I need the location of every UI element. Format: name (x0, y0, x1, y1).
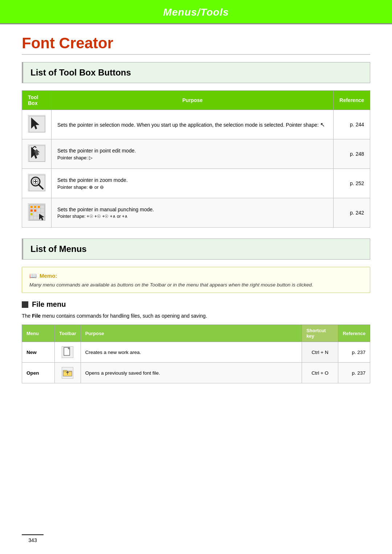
svg-rect-24 (30, 209, 33, 212)
selection-tool-icon (28, 115, 45, 133)
selection-purpose-cell: Sets the pointer in selection mode. When… (52, 110, 334, 139)
memo-text: Many menu commands are available as butt… (29, 282, 363, 288)
punch-tool-icon (28, 203, 45, 221)
memo-title: 📖 Memo: (29, 272, 363, 279)
zoom-purpose-cell: Sets the pointer in zoom mode. Pointer s… (52, 169, 334, 198)
menu-col-toolbar: Toolbar (55, 325, 81, 342)
table-row: New Creates a new work area. (22, 342, 370, 363)
tool-icon-cell (22, 139, 52, 169)
svg-rect-21 (30, 206, 33, 208)
table-row: Sets the pointer in selection mode. When… (22, 110, 370, 139)
new-toolbar-icon (62, 346, 73, 358)
file-menu-square-icon (22, 301, 28, 308)
selection-ref-cell: p. 244 (334, 110, 370, 139)
toolbox-col-purpose: Purpose (52, 91, 334, 110)
menu-open-purpose: Opens a previously saved font file. (81, 363, 302, 383)
menu-table: Menu Toolbar Purpose Shortcut key Refere… (22, 325, 370, 383)
svg-rect-25 (34, 209, 36, 212)
menu-new-shortcut: Ctrl + N (302, 342, 338, 363)
punch-ref-cell: p. 242 (334, 198, 370, 228)
punch-purpose-text: Sets the pointer in manual punching mode… (57, 207, 327, 212)
menu-new-purpose: Creates a new work area. (81, 342, 302, 363)
point-edit-purpose-text: Sets the pointer in point edit mode. (57, 148, 327, 154)
menu-new-ref: p. 237 (338, 342, 370, 363)
table-row: Open Opens a pre (22, 363, 370, 383)
toolbox-table: Tool Box Purpose Reference (22, 90, 370, 228)
page-title: Font Creator (22, 34, 370, 55)
svg-rect-23 (38, 206, 40, 208)
zoom-purpose-text: Sets the pointer in zoom mode. (57, 177, 327, 183)
selection-pointer-shape: ↖ (320, 122, 325, 128)
selection-tool-svg (28, 115, 46, 133)
menu-open-toolbar (55, 363, 81, 383)
zoom-tool-svg (28, 174, 46, 192)
file-menu-description: The File menu contains commands for hand… (22, 313, 370, 319)
menu-col-reference: Reference (338, 325, 370, 342)
zoom-tool-icon (28, 174, 45, 191)
main-content: Font Creator List of Tool Box Buttons To… (0, 34, 392, 416)
zoom-pointer-shape: Pointer shape: ⊕ or ⊖ (57, 184, 327, 190)
toolbox-col-reference: Reference (334, 91, 370, 110)
menu-open-shortcut: Ctrl + O (302, 363, 338, 383)
table-row: Sets the pointer in point edit mode. Poi… (22, 139, 370, 169)
punch-pointer-shape: Pointer shape: +☉ +☉ +☉ +∧ or +∧ (57, 214, 327, 219)
svg-rect-22 (34, 206, 36, 208)
memo-book-icon: 📖 (29, 272, 37, 279)
tool-icon-cell (22, 110, 52, 139)
point-edit-tool-svg (28, 145, 46, 162)
point-edit-purpose-cell: Sets the pointer in point edit mode. Poi… (52, 139, 334, 169)
open-file-svg (62, 367, 73, 378)
point-edit-pointer-shape: Pointer shape: ▷ (57, 155, 327, 160)
memo-box: 📖 Memo: Many menu commands are available… (22, 267, 370, 293)
selection-purpose-text: Sets the pointer in selection mode. When… (57, 122, 320, 128)
file-menu-heading-text: File menu (32, 300, 66, 309)
table-row: Sets the pointer in zoom mode. Pointer s… (22, 169, 370, 198)
new-file-svg (62, 347, 73, 357)
toolbox-col-tool: Tool Box (22, 91, 52, 110)
menu-open-name: Open (22, 363, 55, 383)
page-number: 343 (28, 537, 37, 543)
punch-purpose-cell: Sets the pointer in manual punching mode… (52, 198, 334, 228)
page-footer: 343 (22, 534, 44, 543)
svg-rect-26 (30, 213, 33, 215)
point-edit-tool-icon (28, 144, 45, 162)
memo-title-text: Memo: (40, 273, 57, 279)
file-menu-heading: File menu (22, 300, 370, 309)
point-edit-ref-cell: p. 248 (334, 139, 370, 169)
zoom-ref-cell: p. 252 (334, 169, 370, 198)
menu-col-shortcut: Shortcut key (302, 325, 338, 342)
menu-col-purpose: Purpose (81, 325, 302, 342)
tool-icon-cell (22, 169, 52, 198)
table-row: Sets the pointer in manual punching mode… (22, 198, 370, 228)
toolbox-section-heading: List of Tool Box Buttons (22, 62, 370, 83)
tool-icon-cell (22, 198, 52, 228)
menu-new-name: New (22, 342, 55, 363)
menu-col-menu: Menu (22, 325, 55, 342)
open-toolbar-icon (62, 367, 73, 379)
header-title: Menus/Tools (0, 7, 392, 18)
punch-tool-svg (28, 204, 46, 221)
menu-new-toolbar (55, 342, 81, 363)
page-header: Menus/Tools (0, 0, 392, 24)
menu-open-ref: p. 237 (338, 363, 370, 383)
menus-section-heading: List of Menus (22, 239, 370, 260)
